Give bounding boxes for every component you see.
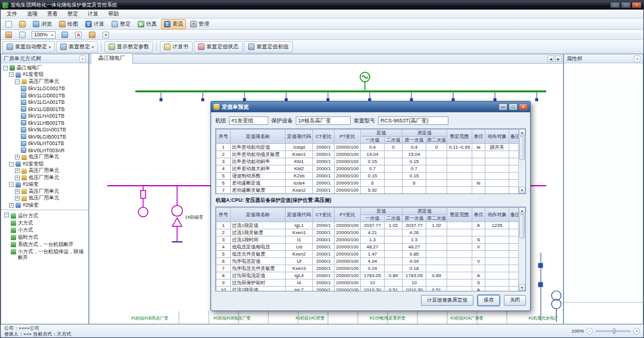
tab-plant-diagram[interactable]: 晶江核电厂 — [91, 53, 133, 64]
tree-item[interactable]: 临时方式 — [1, 233, 88, 241]
tree-item[interactable]: −#1辅变 — [1, 182, 88, 189]
zoom-slider[interactable] — [595, 330, 631, 332]
toolbar-button[interactable]: ⌂ — [2, 30, 15, 39]
tree-expand-toggle[interactable]: + — [15, 155, 20, 159]
dialog-close-button[interactable]: × — [519, 103, 528, 110]
tree-item[interactable]: −#2发变组 — [1, 161, 88, 168]
tree-expand-toggle[interactable]: + — [9, 203, 14, 208]
toolbar-button[interactable]: × — [100, 30, 112, 39]
action-button[interactable]: 装置定值初值 — [244, 41, 293, 53]
tree-item[interactable]: 系统方式，一台机组断开 — [1, 241, 88, 248]
tree-expand-toggle[interactable]: + — [15, 196, 20, 201]
dialog-minimize-button[interactable]: — — [499, 103, 507, 110]
close-button[interactable]: 关闭 — [504, 295, 526, 306]
scroll-down-icon[interactable]: ▼ — [519, 187, 525, 193]
tree-item[interactable]: 6kV1LGD001TB — [1, 92, 88, 99]
toolbar-button[interactable] — [16, 30, 29, 39]
tree-item[interactable]: 6kV1LGB001TB — [1, 106, 88, 113]
zoom-slider-thumb[interactable] — [613, 328, 615, 334]
setting-row[interactable]: 5低压元件灵敏度Kxen22000/120000/1001.470.85 — [216, 251, 521, 258]
action-button[interactable]: 装置自动整定▾ — [2, 41, 55, 53]
tree-item[interactable]: +低压厂用单元 — [1, 154, 88, 161]
tree-expand-toggle[interactable]: − — [9, 72, 14, 77]
tree-item[interactable]: +高压厂用单元 — [1, 168, 88, 175]
action-button[interactable]: 装置定值状态 — [194, 41, 243, 53]
menu-item[interactable]: 选项 — [22, 10, 42, 19]
setting-row[interactable]: 5谐波制动系数K2xb2000/120000/1000.150.15 — [216, 173, 521, 180]
tree-item[interactable]: 6kV9LGIA001TB — [1, 127, 88, 134]
toolbar-button[interactable] — [16, 20, 29, 29]
dialog-maximize-button[interactable]: □ — [509, 103, 518, 110]
setting-row[interactable]: 1比率差动起动定值Icdqd2000/120000/1000.400.400.1… — [216, 144, 521, 151]
toolbar-button[interactable]: A — [72, 30, 85, 39]
action-button[interactable]: 显示整定参数 — [104, 41, 153, 53]
table-scrollbar[interactable]: ▲▼ — [518, 129, 525, 193]
tree-expand-toggle[interactable]: − — [15, 79, 20, 84]
setting-row[interactable]: 4低电压定值相电压Ud2000/120000/10048.2748.27V — [216, 244, 521, 251]
tree-expand-toggle[interactable]: − — [3, 66, 8, 70]
tree-item[interactable]: +低压厂用单元 — [1, 195, 88, 202]
tree-expand-toggle[interactable]: + — [15, 189, 20, 194]
tree-item[interactable]: 大方式 — [1, 219, 88, 226]
tree-item[interactable]: +高压厂用单元 — [1, 188, 88, 195]
tree-item[interactable]: 小方式，一台机组停运，联络断开 — [1, 248, 88, 261]
menu-item[interactable]: 文件 — [2, 10, 22, 19]
tree-item[interactable]: +#2辅变 — [1, 202, 88, 208]
tab-scroll-right-icon[interactable]: ▶ — [555, 56, 562, 62]
tree-expand-toggle[interactable]: + — [15, 176, 20, 180]
tree-expand-toggle[interactable]: − — [9, 162, 14, 167]
toolbar-button[interactable]: Σ计算 — [82, 19, 107, 29]
tree-item[interactable]: 6kV1LHA001TB — [1, 113, 88, 120]
tree-item[interactable]: 6kV1LGA001TB — [1, 99, 88, 106]
menu-item[interactable]: 帮助 — [103, 10, 123, 19]
scroll-thumb[interactable] — [519, 214, 525, 238]
toolbar-button[interactable]: 绘图 — [56, 19, 81, 29]
toolbar-button[interactable]: *管理 — [187, 19, 212, 29]
action-button[interactable]: 装置整定▾ — [56, 41, 98, 53]
action-button[interactable]: 计算书 — [160, 41, 193, 53]
toolbar-button[interactable]: 整定 — [109, 19, 134, 29]
toolbar-button[interactable]: Σ直流 — [161, 19, 186, 29]
setting-row[interactable]: 6差动速断定值Icds42000/120000/10066Ie — [216, 180, 521, 187]
replace-with-calculated-button[interactable]: 计算值替换原定值 — [421, 295, 473, 306]
toolbar-button[interactable]: 浏览 — [30, 19, 55, 29]
tree-item[interactable]: 6kV0LHT001TB — [1, 140, 88, 148]
scroll-up-icon[interactable]: ▲ — [519, 129, 525, 136]
close-button[interactable]: × — [631, 2, 642, 8]
scroll-thumb[interactable] — [519, 136, 525, 160]
setting-row[interactable]: 3比率差动起动斜率Kbl12000/120000/1000.150.15 — [216, 158, 521, 165]
zoom-out-button[interactable]: − — [586, 328, 593, 334]
zoom-select[interactable]: 100% ▾ — [32, 31, 55, 39]
tree-item[interactable]: 6kV9LGIB001TB — [1, 133, 88, 140]
setting-row[interactable]: 8过负荷电流定值IgL42000/120000/1001783.050.8917… — [216, 272, 521, 279]
toolbar-button[interactable] — [58, 30, 71, 39]
menu-item[interactable]: 整定 — [63, 10, 83, 19]
menu-item[interactable]: 查看 — [42, 10, 63, 19]
tree-item[interactable]: −高压厂用单元 — [1, 78, 88, 85]
tree-item[interactable]: +低压厂用单元 — [1, 174, 88, 182]
setting-row[interactable]: 7差动速断灵敏度Kxsn22000/120000/1005.92 — [216, 187, 521, 194]
setting-row[interactable]: 2过流1段灵敏度Kxen12000/120000/1004.214.26 — [216, 229, 521, 236]
setting-row[interactable]: 1过流1段定值IgL12000/120000/1002037.771.02203… — [216, 222, 521, 229]
close-icon[interactable]: × — [634, 56, 640, 62]
setting-row[interactable]: 10过流2段定值IgL22000/120000/1001010.300.5110… — [216, 287, 521, 292]
toolbar-button[interactable] — [2, 20, 15, 29]
zoom-in-button[interactable]: + — [633, 328, 640, 334]
unit-field[interactable]: #1发变组 — [229, 116, 268, 125]
setting-row[interactable]: 4比率差动最大斜率Kbl22000/120000/1000.70.7 — [216, 165, 521, 173]
table-scrollbar[interactable]: ▲▼ — [518, 207, 525, 291]
tree-item[interactable]: 6kV0LHT003AR — [1, 147, 88, 154]
scroll-up-icon[interactable]: ▲ — [519, 207, 525, 214]
tree-item[interactable]: −晶江核电厂 — [1, 64, 88, 72]
tree-expand-toggle[interactable]: + — [15, 168, 20, 173]
setting-row[interactable]: 2比率差动起动值灵敏度Kxen12000/120000/10014.0415.0… — [216, 151, 521, 158]
protected-device-field[interactable]: 1#核岛高厂变 — [296, 116, 351, 125]
tree-item[interactable]: −运行方式 — [1, 212, 88, 219]
close-icon[interactable]: × — [79, 56, 86, 62]
maximize-button[interactable]: □ — [621, 2, 631, 8]
tree-expand-toggle[interactable]: − — [4, 213, 9, 217]
toolbar-button[interactable] — [86, 30, 98, 39]
setting-row[interactable]: 7负序电压元件灵敏度Kxen32000/120000/1000.240.18 — [216, 265, 521, 272]
tree-item[interactable]: 6kV1LGC001TB — [1, 85, 88, 93]
toolbar-button[interactable]: ▶仿真 — [135, 19, 160, 29]
